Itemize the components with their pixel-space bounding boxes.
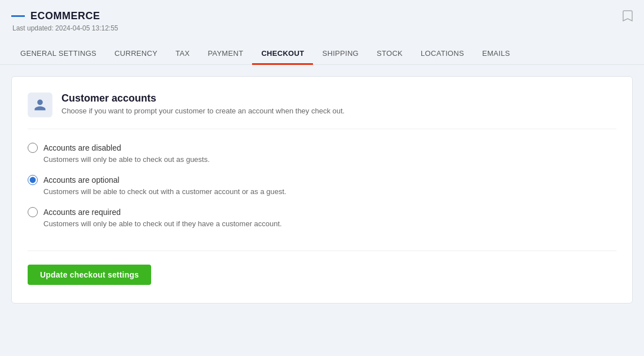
section-text: Customer accounts Choose if you want to … [61,93,345,115]
radio-option-disabled-label[interactable]: Accounts are disabled [28,143,616,153]
tab-shipping[interactable]: SHIPPING [313,43,368,65]
radio-label-disabled: Accounts are disabled [43,143,121,152]
tab-currency[interactable]: CURRENCY [105,43,166,65]
header-title-row: ECOMMERCE [11,10,633,22]
radio-option-optional: Accounts are optional Customers will be … [28,175,616,196]
last-updated-text: Last updated: 2024-04-05 13:12:55 [12,24,633,32]
radio-option-optional-label[interactable]: Accounts are optional [28,175,616,185]
tab-locations[interactable]: LOCATIONS [412,43,473,65]
radio-group: Accounts are disabled Customers will onl… [28,143,616,239]
page-header: ECOMMERCE Last updated: 2024-04-05 13:12… [0,0,644,38]
page-title: ECOMMERCE [30,10,100,22]
checkout-card: Customer accounts Choose if you want to … [11,76,633,304]
radio-option-disabled: Accounts are disabled Customers will onl… [28,143,616,164]
customer-accounts-icon [28,93,52,117]
bookmark-icon[interactable] [623,10,633,24]
tab-tax[interactable]: TAX [166,43,199,65]
tab-payment[interactable]: PAYMENT [199,43,252,65]
radio-input-disabled[interactable] [28,143,38,153]
radio-label-required: Accounts are required [43,208,121,217]
radio-option-required-label[interactable]: Accounts are required [28,207,616,217]
tabs-bar: GENERAL SETTINGS CURRENCY TAX PAYMENT CH… [0,43,644,65]
header-bar-icon [11,15,25,17]
section-header: Customer accounts Choose if you want to … [28,93,616,129]
section-divider [28,250,616,251]
section-description: Choose if you want to prompt your custom… [61,107,345,115]
section-title: Customer accounts [61,93,345,104]
tab-stock[interactable]: STOCK [368,43,412,65]
radio-desc-optional: Customers will be able to check out with… [43,187,616,196]
radio-input-required[interactable] [28,207,38,217]
radio-desc-disabled: Customers will only be able to check out… [43,155,616,164]
radio-option-required: Accounts are required Customers will onl… [28,207,616,228]
page-wrapper: ECOMMERCE Last updated: 2024-04-05 13:12… [0,0,644,356]
radio-input-optional[interactable] [28,175,38,185]
radio-desc-required: Customers will only be able to check out… [43,219,616,228]
tab-emails[interactable]: EMAILS [473,43,519,65]
tab-checkout[interactable]: CHECKOUT [252,43,313,65]
radio-label-optional: Accounts are optional [43,175,120,184]
content-area: Customer accounts Choose if you want to … [0,65,644,315]
tab-general-settings[interactable]: GENERAL SETTINGS [11,43,105,65]
update-checkout-settings-button[interactable]: Update checkout settings [28,265,151,285]
